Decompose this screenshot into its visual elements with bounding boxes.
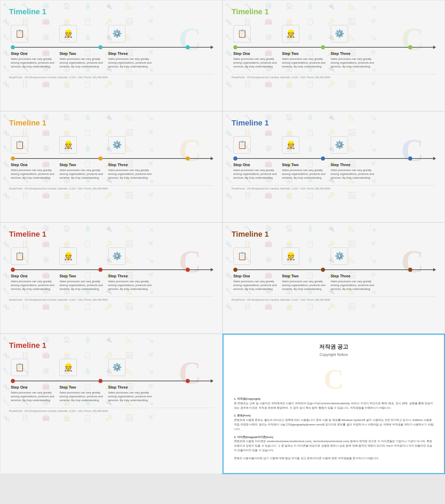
step-icon-2: 👷: [59, 247, 77, 265]
step-label-2: Step Two: [59, 274, 108, 278]
slide-title: Timeline 1: [232, 230, 436, 239]
slide-slide3: 🔧🔨⚙️🏠💧🔌📐🪚🔩🪜🧰👷📋🔑🪟🚿🔧🔨⚙️🏠💧🔌📐🪚🔩🪜🧰👷📋🔑🪟🚿🔧🔨⚙️🏠💧…: [0, 111, 222, 222]
copyright-section-3: 3. 아이콘(Image)&아이콘(Icon)콘텐츠에 사용된 아이콘은 shu…: [234, 435, 434, 453]
slide-slide5: 🔧🔨⚙️🏠💧🔌📐🪚🔩🪜🧰👷📋🔑🪟🚿🔧🔨⚙️🏠💧🔌📐🪚🔩🪜🧰👷📋🔑🪟🚿🔧🔨⚙️🏠💧…: [0, 222, 222, 334]
icons-row: 📋 👷 ⚙️: [9, 247, 213, 265]
slide-title: Timeline 1: [232, 7, 436, 16]
icons-row: 📋 👷 ⚙️: [232, 247, 436, 265]
timeline-line-2: [103, 381, 186, 381]
step-label-3: Step Three: [108, 163, 157, 167]
timeline-dot-3: [186, 45, 190, 49]
step-item-1: Step One Sales processes can vary greatl…: [11, 163, 59, 180]
steps-row: Step One Sales processes can vary greatl…: [9, 163, 213, 180]
step-desc-1: Sales processes can vary greatly among o…: [233, 57, 282, 69]
step-item-3: Step Three Sales processes can vary grea…: [108, 51, 157, 69]
step-item-3: Step Three Sales processes can vary grea…: [331, 274, 379, 291]
step-label-3: Step Three: [108, 385, 157, 389]
step-label-1: Step One: [233, 51, 282, 56]
timeline-dot-1: [233, 268, 237, 272]
step-icon-2: 👷: [59, 136, 77, 154]
step-label-3: Step Three: [331, 51, 379, 56]
step-icon-1: 📋: [233, 136, 251, 154]
step-item-3: Step Three Sales processes can vary grea…: [331, 163, 379, 180]
timeline-dot-2: [321, 268, 325, 272]
copyright-footer-note: 콘텐츠 사용자들이라면 상기 사항에 대해 항상 인식을 갖고 폰트/아이콘 사…: [234, 456, 434, 461]
timeline-line-1: [237, 269, 321, 270]
slide-title: Timeline 1: [9, 7, 213, 16]
icon-slot-3: ⚙️: [331, 247, 379, 265]
timeline-arrow: [433, 46, 436, 49]
timeline-line-1: [237, 47, 321, 48]
slide-title: Timeline 1: [232, 119, 436, 128]
step-label-2: Step Two: [282, 163, 331, 167]
step-desc-1: Sales processes can vary greatly among o…: [233, 168, 282, 180]
step-icon-3: ⚙️: [331, 247, 348, 265]
timeline-dot-1: [233, 45, 237, 49]
timeline-dot-3: [408, 45, 412, 49]
step-desc-1: Sales processes can vary greatly among o…: [11, 168, 59, 180]
step-label-2: Step Two: [59, 51, 108, 56]
copyright-subtitle: Copyright Notice: [234, 352, 434, 357]
timeline-line-2: [103, 269, 186, 270]
row-2: 🔧🔨⚙️🏠💧🔌📐🪚🔩🪜🧰👷📋🔑🪟🚿🔧🔨⚙️🏠💧🔌📐🪚🔩🪜🧰👷📋🔑🪟🚿🔧🔨⚙️🏠💧…: [0, 111, 445, 222]
step-icon-1: 📋: [11, 247, 28, 265]
timeline-dot-1: [11, 379, 15, 383]
step-desc-3: Sales processes can vary greatly among o…: [331, 57, 379, 69]
copyright-title: 저작권 공고: [234, 343, 434, 351]
icon-slot-3: ⚙️: [108, 25, 157, 42]
timeline-dot-2: [98, 156, 103, 161]
timeline-line-3: [190, 158, 211, 159]
slide-footer: RouteFlumb · 135 Woodycrest Ave Carolina…: [9, 74, 213, 79]
step-item-2: Step Two Sales processes can vary greatl…: [59, 163, 108, 180]
step-icon-3: ⚙️: [108, 247, 126, 265]
timeline-dot-3: [408, 268, 412, 272]
step-desc-2: Sales processes can vary greatly among o…: [282, 279, 331, 291]
step-item-1: Step One Sales processes can vary greatl…: [233, 51, 282, 69]
step-icon-2: 👷: [59, 25, 77, 42]
slide-title: Timeline 1: [9, 119, 213, 128]
step-desc-3: Sales processes can vary greatly among o…: [108, 391, 157, 403]
step-label-3: Step Three: [108, 51, 157, 56]
icon-slot-3: ⚙️: [331, 136, 379, 154]
step-label-1: Step One: [11, 163, 59, 167]
step-icon-3: ⚙️: [108, 136, 126, 154]
step-label-2: Step Two: [59, 385, 108, 389]
icon-slot-2: 👷: [282, 136, 331, 154]
icon-slot-1: 📋: [233, 136, 282, 154]
step-desc-3: Sales processes can vary greatly among o…: [108, 279, 157, 291]
timeline-dot-3: [186, 268, 190, 272]
step-icon-1: 📋: [11, 25, 28, 42]
step-label-1: Step One: [11, 274, 59, 278]
step-desc-1: Sales processes can vary greatly among o…: [233, 279, 282, 291]
step-desc-3: Sales processes can vary greatly among o…: [331, 168, 379, 180]
timeline-arrow: [211, 46, 213, 49]
steps-row: Step One Sales processes can vary greatl…: [232, 274, 436, 291]
step-item-2: Step Two Sales processes can vary greatl…: [282, 163, 331, 180]
timeline-dot-1: [11, 268, 15, 272]
row-3: 🔧🔨⚙️🏠💧🔌📐🪚🔩🪜🧰👷📋🔑🪟🚿🔧🔨⚙️🏠💧🔌📐🪚🔩🪜🧰👷📋🔑🪟🚿🔧🔨⚙️🏠💧…: [0, 222, 445, 334]
icon-slot-1: 📋: [11, 359, 59, 376]
icon-slot-3: ⚙️: [108, 247, 157, 265]
timeline-line-2: [325, 47, 408, 48]
timeline-area: 📋 👷 ⚙️: [9, 359, 213, 403]
icons-row: 📋 👷 ⚙️: [9, 359, 213, 376]
timeline-area: 📋 👷 ⚙️: [232, 247, 436, 291]
timeline-area: 📋 👷 ⚙️: [9, 247, 213, 291]
step-item-3: Step Three Sales processes can vary grea…: [108, 163, 157, 180]
timeline-arrow: [211, 268, 213, 271]
step-item-1: Step One Sales processes can vary greatl…: [11, 385, 59, 403]
timeline-line-1: [15, 269, 98, 270]
timeline-arrow: [211, 157, 213, 160]
step-desc-1: Sales processes can vary greatly among o…: [11, 57, 59, 69]
steps-row: Step One Sales processes can vary greatl…: [9, 274, 213, 291]
slide-footer: RouteFlumb · 135 Woodycrest Ave Carolina…: [232, 74, 436, 79]
step-item-2: Step Two Sales processes can vary greatl…: [282, 51, 331, 69]
timeline-line-3: [190, 269, 211, 270]
timeline-line-3: [190, 47, 211, 48]
steps-row: Step One Sales processes can vary greatl…: [9, 385, 213, 403]
timeline-arrow: [433, 268, 436, 271]
timeline-dot-3: [186, 379, 190, 383]
timeline-dot-2: [321, 156, 325, 161]
step-desc-1: Sales processes can vary greatly among o…: [11, 279, 59, 291]
step-icon-3: ⚙️: [331, 136, 348, 154]
